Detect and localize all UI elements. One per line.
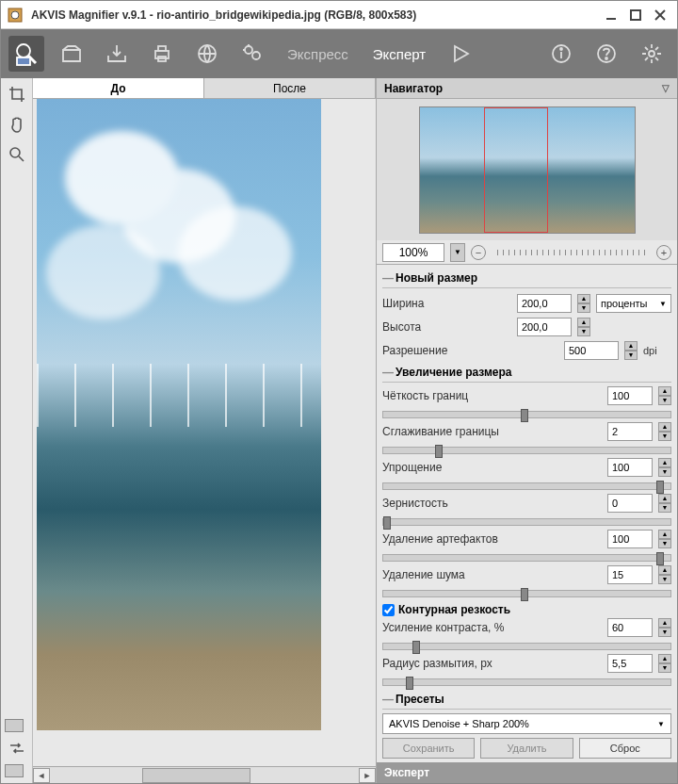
close-button[interactable] [649,6,671,24]
zoom-tool-icon[interactable] [5,142,29,167]
artifact-spinner[interactable]: ▲▼ [658,530,671,548]
horizontal-scrollbar[interactable]: ◄ ► [33,766,376,783]
app-body: До После ◄ ► Навигатор ▽ [1,78,677,783]
edge-smooth-slider[interactable] [382,447,671,454]
radius-spinner[interactable]: ▲▼ [658,654,671,673]
help-icon[interactable] [589,36,624,72]
window-title: AKVIS Magnifier v.9.1 - rio-antirio_brid… [31,8,598,22]
preset-dropdown[interactable]: AKVIS Denoise + Sharp 200% ▼ [382,713,671,734]
edge-sharpness-spinner[interactable]: ▲▼ [658,386,671,405]
tab-before[interactable]: До [33,78,204,98]
preset-reset-button[interactable]: Сброс [579,738,671,759]
crop-tool-icon[interactable] [5,82,29,106]
fg-color-swatch[interactable] [5,719,24,732]
svg-point-19 [605,57,607,59]
unsharp-checkbox[interactable] [382,604,395,616]
navigator-viewport[interactable] [484,107,548,233]
zoom-slider[interactable] [497,250,645,255]
svg-line-22 [19,156,24,161]
left-toolbar [1,78,33,783]
noise-slider[interactable] [382,590,671,597]
svg-point-1 [11,11,19,19]
zoom-in-icon[interactable]: + [656,245,671,260]
contrast-spinner[interactable]: ▲▼ [658,618,671,637]
edge-sharpness-input[interactable] [607,386,653,405]
magnifier-tool-icon[interactable] [8,36,44,72]
svg-point-21 [10,148,20,157]
preset-save-button[interactable]: Сохранить [382,738,475,759]
resolution-spinner[interactable]: ▲▼ [624,341,638,360]
titlebar: AKVIS Magnifier v.9.1 - rio-antirio_brid… [1,1,677,29]
artifact-slider[interactable] [382,554,671,562]
hand-tool-icon[interactable] [5,112,29,137]
app-window: AKVIS Magnifier v.9.1 - rio-antirio_brid… [0,0,678,784]
resolution-label: Разрешение [382,344,558,357]
right-panel: Навигатор ▽ 100% ▼ − + Новый размер Шири… [376,78,677,783]
app-icon [7,7,24,24]
preset-selected: AKVIS Denoise + Sharp 200% [389,718,529,729]
contrast-input[interactable] [607,618,653,637]
preview-tabs: До После [33,78,376,99]
width-input[interactable] [517,294,572,313]
minimize-button[interactable] [600,6,622,24]
save-file-icon[interactable] [99,36,135,72]
scroll-thumb[interactable] [142,768,250,783]
radius-slider[interactable] [382,678,671,686]
resolution-input[interactable] [564,341,619,360]
zoom-value[interactable]: 100% [382,243,444,262]
simplify-slider[interactable] [382,482,671,490]
swap-colors-icon[interactable] [5,736,29,760]
navigator-thumbnail[interactable] [419,106,636,234]
width-spinner[interactable]: ▲▼ [577,294,590,313]
batch-icon[interactable] [234,36,270,72]
scroll-left-icon[interactable]: ◄ [33,768,50,783]
canvas[interactable] [33,99,376,766]
enlarge-group-title: Увеличение размера [382,363,671,383]
navigator-title: Навигатор [384,78,443,99]
svg-rect-10 [158,46,166,51]
grain-spinner[interactable]: ▲▼ [658,494,671,513]
info-icon[interactable] [543,36,579,72]
simplify-label: Упрощение [382,461,602,474]
artifact-label: Удаление артефактов [382,532,602,546]
navigator-panel [377,99,677,240]
zoom-out-icon[interactable]: − [471,245,486,260]
units-dropdown[interactable]: проценты▼ [596,294,671,313]
grain-slider[interactable] [382,518,671,526]
expert-footer[interactable]: Эксперт [377,762,677,783]
edge-smooth-spinner[interactable]: ▲▼ [658,422,671,441]
radius-input[interactable] [607,654,653,673]
preset-delete-button[interactable]: Удалить [480,738,573,759]
main-toolbar: Экспресс Эксперт [1,29,677,78]
height-spinner[interactable]: ▲▼ [577,318,590,336]
maximize-button[interactable] [624,6,647,24]
edge-smooth-label: Сглаживание границы [382,425,602,438]
height-input[interactable] [517,318,572,336]
contrast-slider[interactable] [382,643,671,650]
open-file-icon[interactable] [54,36,89,72]
noise-spinner[interactable]: ▲▼ [658,565,671,584]
zoom-dropdown-icon[interactable]: ▼ [450,243,465,262]
edge-sharpness-label: Чёткость границ [382,389,602,402]
preview-image [37,99,321,730]
simplify-spinner[interactable]: ▲▼ [658,458,671,477]
unsharp-group: Контурная резкость [382,601,671,618]
scroll-right-icon[interactable]: ► [359,768,376,783]
tab-after[interactable]: После [204,78,376,98]
simplify-input[interactable] [607,458,653,477]
grain-input[interactable] [607,494,653,513]
artifact-input[interactable] [607,530,653,548]
noise-input[interactable] [607,565,653,584]
mode-expert[interactable]: Эксперт [365,46,433,62]
height-label: Высота [382,320,511,334]
bg-color-swatch[interactable] [5,764,24,777]
share-icon[interactable] [189,36,225,72]
collapse-icon[interactable]: ▽ [662,78,670,99]
edge-smooth-input[interactable] [607,422,653,441]
print-icon[interactable] [144,36,180,72]
run-icon[interactable] [443,36,478,72]
edge-sharpness-slider[interactable] [382,411,671,418]
noise-label: Удаление шума [382,568,602,581]
settings-icon[interactable] [634,36,670,72]
mode-express[interactable]: Экспресс [280,46,356,62]
